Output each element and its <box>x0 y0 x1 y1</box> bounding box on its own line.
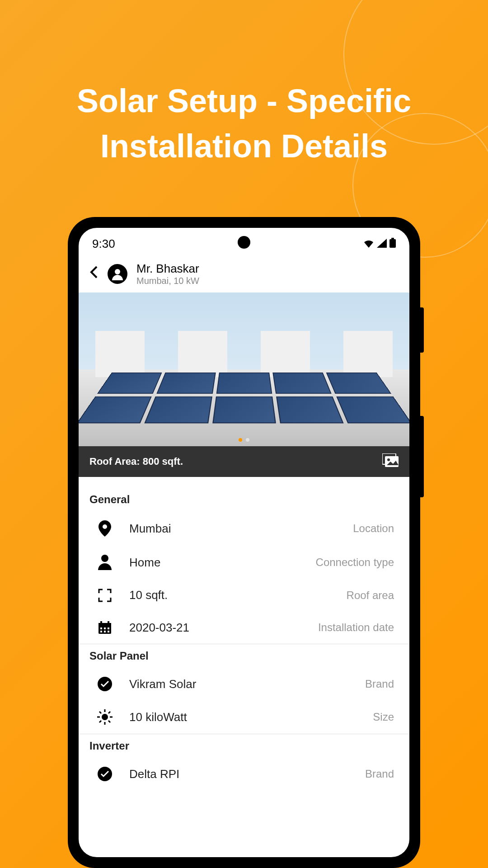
panel-brand-label: Brand <box>365 678 394 690</box>
svg-rect-14 <box>108 627 109 629</box>
expand-icon <box>94 589 116 602</box>
installation-date-value: 2020-03-21 <box>129 621 305 635</box>
section-title-inverter: Inverter <box>89 734 399 758</box>
connection-type-label: Connection type <box>316 556 394 569</box>
panel-size-label: Size <box>373 711 394 723</box>
panel-size-value: 10 kiloWatt <box>129 710 359 724</box>
calendar-icon <box>94 620 116 635</box>
svg-rect-0 <box>389 239 396 248</box>
detail-row-installation-date: 2020-03-21 Installation date <box>89 611 399 644</box>
marketing-headline-line1: Solar Setup - Specific <box>77 81 411 120</box>
section-title-general: General <box>89 488 399 511</box>
section-title-solar-panel: Solar Panel <box>89 644 399 668</box>
roof-area-label: Roof area <box>347 589 394 602</box>
svg-rect-10 <box>100 621 102 624</box>
user-name: Mr. Bhaskar <box>136 262 399 276</box>
svg-rect-12 <box>100 627 102 629</box>
detail-row-panel-size: 10 kiloWatt Size <box>89 700 399 734</box>
user-avatar[interactable] <box>108 264 127 284</box>
roof-area-info-strip: Roof Area: 800 sqft. <box>79 446 409 477</box>
connection-type-value: Home <box>129 556 302 570</box>
carousel-indicator <box>239 438 249 442</box>
svg-rect-5 <box>385 456 399 467</box>
marketing-headline-line2: Installation Details <box>100 127 388 165</box>
roof-area-text: Roof Area: 800 sqft. <box>89 456 183 467</box>
location-pin-icon <box>94 520 116 537</box>
battery-icon <box>389 237 396 251</box>
detail-row-panel-brand: Vikram Solar Brand <box>89 668 399 700</box>
svg-line-25 <box>108 721 110 722</box>
signal-icon <box>377 237 387 251</box>
wifi-icon <box>363 237 374 251</box>
check-circle-icon <box>94 677 116 691</box>
detail-row-connection-type: Home Connection type <box>89 546 399 579</box>
detail-row-location: Mumbai Location <box>89 511 399 546</box>
svg-point-3 <box>115 269 120 274</box>
gallery-icon[interactable] <box>382 453 399 470</box>
svg-rect-17 <box>108 631 109 632</box>
detail-row-inverter-brand: Delta RPI Brand <box>89 758 399 790</box>
panel-brand-value: Vikram Solar <box>129 677 352 691</box>
detail-row-roof-area: 10 sqft. Roof area <box>89 579 399 611</box>
svg-rect-16 <box>104 631 106 632</box>
header-text: Mr. Bhaskar Mumbai, 10 kW <box>136 262 399 286</box>
installation-date-label: Installation date <box>318 621 394 634</box>
inverter-brand-value: Delta RPI <box>129 767 352 781</box>
phone-side-button <box>420 307 424 353</box>
svg-line-27 <box>108 712 110 713</box>
phone-side-button <box>420 416 424 497</box>
details-content: General Mumbai Location Home Connection … <box>79 477 409 801</box>
svg-rect-11 <box>108 621 109 624</box>
svg-point-19 <box>102 714 108 720</box>
person-icon <box>94 555 116 570</box>
roof-area-value: 10 sqft. <box>129 588 333 602</box>
camera-notch <box>238 236 250 249</box>
check-circle-icon <box>94 767 116 781</box>
location-label: Location <box>353 522 394 535</box>
phone-screen: 9:30 Mr. Bhaskar Mu <box>79 228 409 857</box>
status-icons <box>363 237 396 251</box>
user-location-capacity: Mumbai, 10 kW <box>136 276 399 286</box>
app-header: Mr. Bhaskar Mumbai, 10 kW <box>79 255 409 292</box>
svg-point-7 <box>101 555 108 562</box>
phone-device-frame: 9:30 Mr. Bhaskar Mu <box>68 217 420 868</box>
svg-point-6 <box>387 458 390 461</box>
svg-rect-15 <box>100 631 102 632</box>
status-time: 9:30 <box>92 237 115 251</box>
svg-line-26 <box>99 721 101 722</box>
inverter-brand-label: Brand <box>365 768 394 780</box>
sun-icon <box>94 709 116 725</box>
back-button[interactable] <box>89 264 99 283</box>
svg-rect-13 <box>104 627 106 629</box>
svg-rect-1 <box>391 238 394 239</box>
installation-photo[interactable] <box>79 292 409 446</box>
location-value: Mumbai <box>129 522 339 536</box>
svg-line-24 <box>99 712 101 713</box>
